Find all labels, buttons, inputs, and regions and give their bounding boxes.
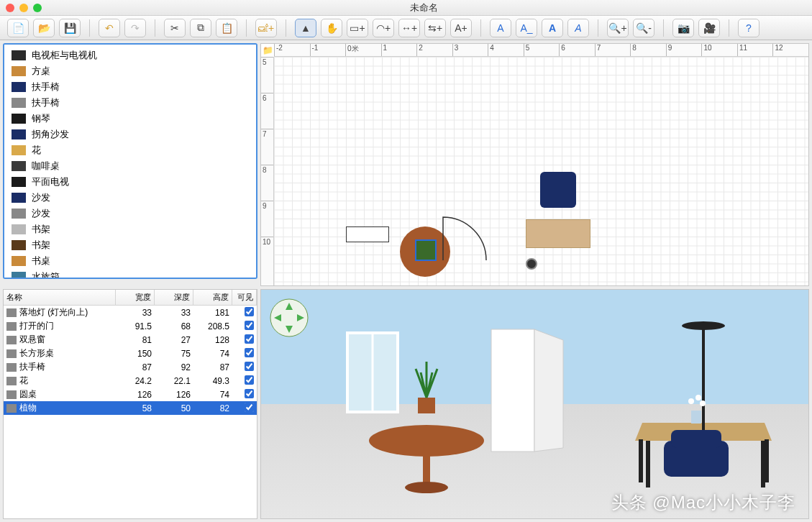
row-height: 74	[193, 389, 232, 400]
furniture-icon	[12, 114, 26, 124]
floor-plan[interactable]: 📁 -2-10米123456789101112 5678910	[260, 43, 809, 286]
table-row[interactable]: 圆桌 126 126 74	[4, 388, 257, 401]
furniture-icon	[12, 66, 26, 76]
plan-obj-lamp[interactable]	[526, 258, 537, 270]
view-3d[interactable]: 头条 @Mac小小木子李	[260, 289, 809, 519]
font-button[interactable]: A	[542, 19, 563, 37]
catalog-item-label: 平面电视	[32, 175, 69, 188]
plan-canvas[interactable]	[274, 57, 808, 285]
visible-checkbox[interactable]	[245, 348, 254, 357]
add-furniture-button[interactable]: 🛋+	[255, 19, 277, 37]
open-button[interactable]: 📂	[33, 19, 55, 37]
select-tool-button[interactable]: ▲	[295, 19, 316, 37]
col-name[interactable]: 名称	[4, 290, 116, 305]
text-tool-button[interactable]: A+	[450, 19, 472, 37]
zoom-out-button[interactable]: 🔍-	[633, 19, 654, 37]
row-depth: 92	[155, 362, 193, 373]
col-height[interactable]: 高度	[193, 290, 232, 305]
copy-button[interactable]: ⧉	[190, 19, 211, 37]
plan-obj-plant-selected[interactable]	[415, 239, 437, 261]
table-row[interactable]: 长方形桌 150 75 74	[4, 347, 257, 360]
maximize-icon[interactable]	[33, 4, 42, 12]
furniture-icon	[12, 193, 26, 203]
visible-checkbox[interactable]	[245, 403, 254, 412]
svg-rect-7	[765, 439, 769, 482]
catalog-item-label: 拐角沙发	[32, 128, 69, 141]
col-depth[interactable]: 深度	[155, 290, 193, 305]
catalog-item[interactable]: 电视柜与电视机	[4, 47, 256, 63]
wall-tool-button[interactable]: ▭+	[347, 19, 368, 37]
toolbar: 📄 📂 💾 ↶ ↷ ✂ ⧉ 📋 🛋+ ▲ ✋ ▭+ ◠+ ↔+ ⇆+ A+ A …	[0, 16, 812, 40]
horizontal-splitter[interactable]	[0, 282, 260, 286]
row-depth: 75	[155, 348, 193, 360]
row-name: 花	[19, 375, 28, 387]
paste-button[interactable]: 📋	[216, 19, 237, 37]
redo-button[interactable]: ↷	[124, 19, 146, 37]
table-row[interactable]: 双悬窗 81 27 128	[4, 333, 257, 347]
ruler-vertical: 5678910	[261, 57, 274, 285]
table-row[interactable]: 植物 58 50 82	[4, 401, 257, 415]
cut-button[interactable]: ✂	[164, 19, 186, 37]
visible-checkbox[interactable]	[245, 321, 254, 330]
table-row[interactable]: 花 24.2 22.1 49.3	[4, 374, 257, 388]
new-button[interactable]: 📄	[7, 19, 29, 37]
furniture-icon	[12, 240, 26, 250]
plan-obj-rect[interactable]	[346, 226, 389, 242]
catalog-item[interactable]: 拐角沙发	[4, 127, 256, 142]
table-row[interactable]: 扶手椅 87 92 87	[4, 360, 257, 374]
table-header: 名称 宽度 深度 高度 可见	[4, 290, 257, 306]
visible-checkbox[interactable]	[245, 334, 254, 344]
separator	[89, 19, 90, 37]
catalog-item[interactable]: 花	[4, 142, 256, 158]
close-icon[interactable]	[6, 4, 14, 12]
text-size-button[interactable]: A_	[516, 19, 537, 37]
catalog-item[interactable]: 书桌	[4, 253, 256, 269]
furniture-icon	[6, 377, 17, 385]
ruler-tick: 5	[524, 44, 560, 56]
catalog-item[interactable]: 水族箱	[4, 269, 256, 279]
catalog-item[interactable]: 书架	[4, 237, 256, 253]
catalog-item-label: 电视柜与电视机	[32, 49, 97, 62]
table-row[interactable]: 打开的门 91.5 68 208.5	[4, 319, 257, 333]
undo-button[interactable]: ↶	[99, 19, 120, 37]
save-button[interactable]: 💾	[59, 19, 81, 37]
minimize-icon[interactable]	[19, 4, 28, 12]
catalog-item[interactable]: 钢琴	[4, 111, 256, 127]
catalog-item-label: 扶手椅	[32, 81, 60, 93]
catalog-item[interactable]: 方桌	[4, 63, 256, 79]
room-tool-button[interactable]: ◠+	[373, 19, 394, 37]
video-button[interactable]: 🎥	[698, 19, 720, 37]
furniture-icon	[6, 336, 17, 344]
table-row[interactable]: 落地灯 (灯光向上) 33 33 181	[4, 306, 257, 319]
catalog-item[interactable]: 沙发	[4, 206, 256, 221]
catalog-item[interactable]: 书架	[4, 221, 256, 237]
visible-checkbox[interactable]	[245, 389, 254, 398]
dimension-tool-button[interactable]: ↔+	[398, 19, 420, 37]
furniture-catalog[interactable]: 电视柜与电视机方桌扶手椅扶手椅钢琴拐角沙发花咖啡桌平面电视沙发沙发书架书架书桌水…	[3, 43, 257, 279]
ruler-tick: 5	[261, 57, 273, 93]
furniture-icon	[12, 224, 26, 234]
visible-checkbox[interactable]	[245, 375, 254, 385]
visible-checkbox[interactable]	[245, 307, 254, 316]
row-depth: 68	[155, 321, 193, 332]
catalog-item-label: 沙发	[32, 191, 50, 204]
catalog-item[interactable]: 沙发	[4, 190, 256, 206]
text-bold-button[interactable]: A	[490, 19, 511, 37]
plan-obj-desk[interactable]	[526, 219, 590, 248]
row-depth: 126	[155, 389, 193, 400]
dimension-add-button[interactable]: ⇆+	[424, 19, 446, 37]
text-italic-button[interactable]: A	[567, 19, 589, 37]
photo-button[interactable]: 📷	[672, 19, 694, 37]
catalog-item[interactable]: 扶手椅	[4, 95, 256, 111]
col-visible[interactable]: 可见	[232, 290, 257, 305]
help-button[interactable]: ?	[738, 19, 759, 37]
pan-tool-button[interactable]: ✋	[321, 19, 342, 37]
catalog-item[interactable]: 咖啡桌	[4, 158, 256, 174]
plan-obj-door[interactable]	[439, 214, 490, 264]
col-width[interactable]: 宽度	[116, 290, 155, 305]
plan-obj-armchair[interactable]	[540, 172, 576, 208]
visible-checkbox[interactable]	[245, 362, 254, 371]
catalog-item[interactable]: 扶手椅	[4, 79, 256, 95]
catalog-item[interactable]: 平面电视	[4, 174, 256, 190]
zoom-in-button[interactable]: 🔍+	[607, 19, 629, 37]
